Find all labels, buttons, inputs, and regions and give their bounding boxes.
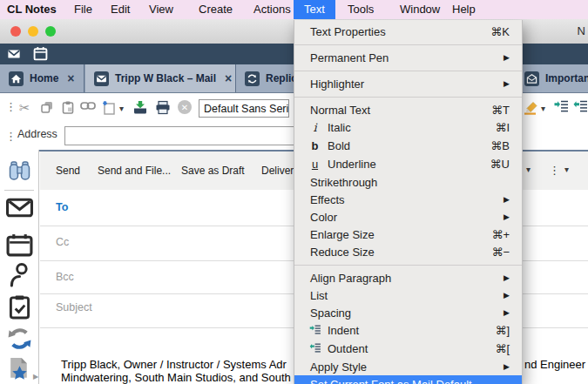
indent-icon [307, 324, 323, 337]
menubar-item-edit[interactable]: Edit [111, 0, 130, 19]
menu-item-list[interactable]: List ▶ [294, 286, 522, 304]
menu-item-enlarge-size[interactable]: Enlarge Size ⌘+ [294, 226, 522, 243]
menu-item-label: List [310, 289, 497, 302]
indent-icon[interactable] [554, 100, 569, 112]
menu-item-underline[interactable]: u Underline ⌘U [294, 155, 522, 173]
menu-item-normal-text[interactable]: Normal Text ⌘T [294, 101, 522, 118]
menu-item-label: Set Current Font as Mail Default [310, 378, 510, 384]
menu-item-color[interactable]: Color ▶ [294, 208, 522, 226]
highlighter-icon[interactable] [523, 100, 538, 115]
new-document-icon[interactable] [101, 100, 116, 115]
menu-item-apply-style[interactable]: Apply Style ▶ [294, 358, 522, 375]
save-as-draft-button[interactable]: Save as Draft [181, 152, 245, 190]
cc-field-label[interactable]: Cc [56, 236, 69, 248]
macos-menu-bar: CL Notes File Edit View Create Actions T… [0, 0, 588, 19]
paste-icon[interactable] [61, 100, 75, 114]
actionbar-dropdown-icon[interactable]: ▾ [564, 165, 569, 174]
tab-home[interactable]: Home × [0, 64, 84, 92]
menubar-item-file[interactable]: File [74, 0, 92, 19]
tab-mail-tripp-black[interactable]: Tripp W Black – Mail × [85, 64, 236, 92]
cut-icon[interactable]: ✂ [19, 100, 30, 116]
menu-item-italic[interactable]: i Italic ⌘I [294, 118, 522, 137]
maximize-window-button[interactable] [45, 26, 56, 37]
signature-line1: Tripp Black, Owner / Instructor / System… [61, 358, 287, 371]
copy-icon[interactable] [40, 100, 54, 114]
tab-important[interactable]: Important t [516, 64, 588, 92]
signature-line1-fragment: nd Engineer [524, 358, 585, 371]
menubar-item-view[interactable]: View [149, 0, 173, 19]
outdent-icon[interactable] [573, 100, 588, 112]
close-window-button[interactable] [10, 26, 21, 37]
menubar-item-app[interactable]: CL Notes [7, 0, 57, 19]
mail-icon[interactable] [7, 47, 21, 64]
sidebar-contacts-icon[interactable] [0, 261, 39, 288]
search-binoculars-icon[interactable] [0, 160, 39, 182]
actionbar-overflow-icon[interactable]: ⋮ [549, 164, 560, 177]
menu-shortcut: ⌘K [490, 25, 510, 38]
window-title-fragment: N [578, 24, 585, 37]
menu-item-indent[interactable]: Indent ⌘] [294, 321, 522, 340]
menubar-item-create[interactable]: Create [199, 0, 233, 19]
sidebar-expander-icon[interactable]: ▶ [33, 373, 38, 381]
tab-label: Important t [545, 72, 588, 84]
stop-icon[interactable]: ✕ [178, 100, 192, 114]
address-drag-handle-icon[interactable]: ⋮ [5, 130, 17, 143]
menu-item-effects[interactable]: Effects ▶ [294, 191, 522, 208]
menu-item-set-current-font-as-mail-default[interactable]: Set Current Font as Mail Default [294, 375, 522, 384]
menu-item-reduce-size[interactable]: Reduce Size ⌘− [294, 243, 522, 260]
menubar-item-actions[interactable]: Actions [253, 0, 291, 19]
menubar-item-tools[interactable]: Tools [348, 0, 374, 19]
menu-item-outdent[interactable]: Outdent ⌘[ [294, 340, 522, 358]
sidebar-todo-icon[interactable] [0, 294, 39, 320]
minimize-window-button[interactable] [28, 26, 38, 37]
menubar-item-help[interactable]: Help [452, 0, 476, 19]
calendar-icon[interactable] [33, 46, 48, 64]
toolbar-drag-handle-icon[interactable]: ⋮ [5, 100, 17, 113]
menu-shortcut: ⌘+ [491, 228, 510, 241]
tab-label: Home [30, 72, 58, 84]
tab-label: Replic [266, 72, 297, 84]
menu-item-align-paragraph[interactable]: Align Paragraph ▶ [294, 269, 522, 286]
close-tab-icon[interactable]: × [67, 71, 74, 85]
menu-item-highlighter[interactable]: Highlighter ▶ [294, 75, 522, 92]
close-tab-icon[interactable]: × [225, 71, 232, 85]
menubar-item-window[interactable]: Window [400, 0, 440, 19]
tab-label: Tripp W Black – Mail [115, 72, 216, 84]
sidebar: ▶ [0, 150, 39, 384]
menu-item-label: Apply Style [310, 360, 497, 374]
highlighter-dropdown-icon[interactable]: ▾ [541, 104, 545, 113]
sidebar-mail-icon[interactable] [0, 197, 39, 219]
submenu-arrow-icon: ▶ [504, 53, 510, 62]
menu-item-strikethrough[interactable]: Strikethrough [294, 173, 522, 191]
menu-item-permanent-pen[interactable]: Permanent Pen ▶ [294, 49, 522, 66]
print-icon[interactable] [155, 100, 171, 115]
sidebar-divider [4, 190, 34, 191]
menu-item-spacing[interactable]: Spacing ▶ [294, 304, 522, 321]
signature-line2: Mindwatering, South Main Studios, and So… [61, 371, 291, 384]
to-field-label[interactable]: To [56, 201, 68, 213]
new-document-dropdown-icon[interactable]: ▾ [119, 104, 124, 113]
menubar-item-text[interactable]: Text [294, 0, 335, 19]
sidebar-replication-icon[interactable] [0, 326, 39, 352]
menu-item-text-properties[interactable]: Text Properties ⌘K [294, 23, 522, 40]
menu-item-bold[interactable]: b Bold ⌘B [294, 137, 522, 155]
send-and-file-button[interactable]: Send and File... [98, 152, 171, 190]
italic-icon: i [307, 121, 323, 134]
submenu-arrow-icon: ▶ [504, 79, 510, 88]
menu-item-label: Indent [328, 324, 488, 337]
actionbar-dropdown-icon[interactable]: ▾ [526, 165, 531, 174]
underline-icon: u [307, 158, 323, 171]
font-select[interactable]: Default Sans Serif [199, 99, 289, 118]
download-tray-icon[interactable] [132, 100, 148, 115]
menu-item-label: Color [310, 211, 497, 224]
address-label: Address [17, 128, 57, 140]
sidebar-calendar-icon[interactable] [0, 233, 39, 257]
subject-field-label[interactable]: Subject [56, 301, 92, 313]
submenu-arrow-icon: ▶ [504, 212, 510, 221]
menu-shortcut: ⌘− [491, 246, 510, 259]
link-icon[interactable] [80, 100, 96, 111]
send-button[interactable]: Send [56, 152, 80, 190]
bcc-field-label[interactable]: Bcc [56, 271, 74, 283]
menu-separator [294, 260, 522, 269]
menu-item-label: Strikethrough [310, 176, 510, 189]
